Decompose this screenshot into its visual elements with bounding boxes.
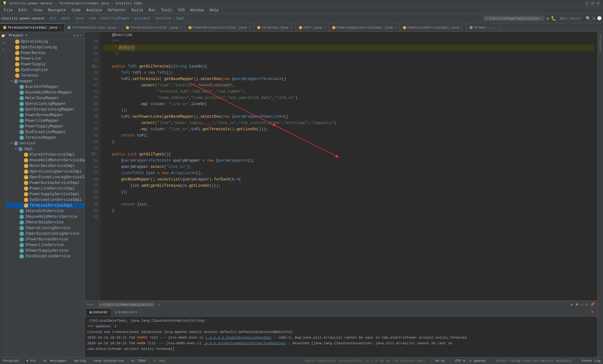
breadcrumb-com[interactable]: com bbox=[89, 16, 96, 21]
sidebar-item-powerbureau[interactable]: C PowerBureau bbox=[6, 50, 84, 56]
sidebar-item-operationlog[interactable]: C OperationLog bbox=[6, 39, 84, 45]
breadcrumb-service[interactable]: service bbox=[155, 16, 171, 21]
sidebar-item-powersupplymapper[interactable]: I PowerSupplyMapper bbox=[6, 124, 84, 129]
breadcrumb-project[interactable]: project bbox=[134, 16, 150, 21]
tab-close-powerlineserviceimpl[interactable]: ✕ bbox=[461, 26, 463, 29]
menu-vcs[interactable]: VCS bbox=[176, 8, 187, 13]
close-button[interactable]: ✕ bbox=[596, 1, 600, 6]
status-messages[interactable]: 0: Messages bbox=[44, 359, 67, 363]
project-icon[interactable]: 📁 bbox=[1, 33, 6, 38]
menu-navigate[interactable]: Navigate bbox=[45, 8, 68, 13]
sidebar-item-ipowerbureau[interactable]: I IPowerBureauService bbox=[6, 237, 84, 242]
tab-close-powersupplyserviceimpl[interactable]: ✕ bbox=[394, 26, 396, 29]
run-close-button[interactable]: ✕ bbox=[159, 302, 161, 307]
tab-close-powerbureaucontroller[interactable]: ✕ bbox=[249, 26, 251, 29]
sidebar-item-terminalserviceimpl-tree[interactable]: C TerminalServiceImpl bbox=[6, 203, 84, 208]
run-config[interactable]: ▶ ElectricPowerApplication ▾ bbox=[483, 16, 544, 21]
run-settings-icon[interactable]: ⚙ bbox=[585, 302, 588, 307]
sidebar-item-ioperexceptionlog[interactable]: I IOperExceptionLogService bbox=[6, 231, 84, 237]
time-icon[interactable]: 🕐 bbox=[597, 16, 602, 21]
breadcrumb-impl[interactable]: impl bbox=[176, 16, 185, 21]
tab-terminalserviceimpl[interactable]: TerminalServiceImpl.java ✕ bbox=[0, 23, 64, 32]
menu-build[interactable]: Build bbox=[129, 8, 145, 13]
tab-powerlineserviceimpl[interactable]: PowerLineServiceImpl.java ✕ bbox=[400, 23, 466, 32]
sidebar-item-ialarminfo[interactable]: I IAlarmInfoService bbox=[6, 208, 84, 214]
sidebar-item-powerlineserviceimpl-tree[interactable]: C PowerLineServiceImpl bbox=[6, 186, 84, 191]
minimize-button[interactable]: ─ bbox=[585, 1, 589, 6]
tab-close-iterminalservice[interactable]: ✕ bbox=[117, 26, 119, 29]
log-class-link[interactable]: c.e.c.e.e.GlobalExceptionHandler bbox=[205, 336, 272, 340]
sidebar-item-powerbureaumapper[interactable]: I PowerBureauMapper bbox=[6, 112, 84, 118]
code-editor[interactable]: @Override /** * @return */ bbox=[100, 32, 597, 301]
sidebar-item-powersupplyserviceimpl-tree[interactable]: C PowerSupplyServiceImpl bbox=[6, 191, 84, 197]
status-run[interactable]: 4: Run bbox=[153, 359, 166, 363]
sidebar-item-ihousehold[interactable]: I IHouseHoldMetersService bbox=[6, 214, 84, 220]
sidebar-item-powerline[interactable]: C PowerLine bbox=[6, 56, 84, 62]
tab-tspl[interactable]: TsPl.java ✕ bbox=[296, 23, 329, 32]
menu-view[interactable]: View bbox=[31, 8, 45, 13]
sidebar-item-ioperationlog[interactable]: I IOperationLogService bbox=[6, 225, 84, 231]
sidebar-item-service-pkg[interactable]: ▼ p service bbox=[6, 141, 84, 146]
sidebar-item-operationlogserviceimpl[interactable]: C OperationLogServiceImpl bbox=[6, 169, 84, 174]
sidebar-item-sysexceptionmapper[interactable]: I SysExceptionMapper bbox=[6, 129, 84, 135]
run-stop-icon[interactable]: ■ bbox=[576, 302, 578, 307]
menu-edit[interactable]: Edit bbox=[16, 8, 30, 13]
sidebar-item-ipowerline[interactable]: I IPowerLineService bbox=[6, 242, 84, 248]
sidebar-item-operexceptionlog[interactable]: C OperExceptionLog bbox=[6, 45, 84, 50]
bottom-settings-icon[interactable]: ⚙ bbox=[591, 310, 594, 314]
sidebar-item-isvsexception[interactable]: I ISvsExceptionService bbox=[6, 254, 84, 259]
status-git[interactable]: ♦ Git bbox=[26, 359, 36, 363]
menu-help[interactable]: Help bbox=[207, 8, 221, 13]
menu-refactor[interactable]: Refactor bbox=[105, 8, 128, 13]
run-config-bottom[interactable]: ▶ ElectricPowerApplication bbox=[98, 302, 155, 307]
tab-close-ipower[interactable]: ✕ bbox=[495, 26, 497, 29]
breadcrumb-java[interactable]: java bbox=[75, 16, 84, 21]
status-encoding[interactable]: UTF-8: 4 spaces bbox=[455, 359, 486, 363]
menu-tools[interactable]: Tools bbox=[159, 8, 175, 13]
sidebar-item-sysexception[interactable]: C SysException bbox=[6, 67, 84, 73]
bottom-tab-console[interactable]: ▤ Console bbox=[86, 308, 111, 316]
sidebar-item-operexceptionlogserviceimpl[interactable]: C OperExceptionLogServiceImpl bbox=[6, 174, 84, 180]
status-link[interactable]: https://blog.csdn.net/weixin_45833112 bbox=[496, 359, 572, 363]
sidebar-item-terminal-entity[interactable]: C Terminal bbox=[6, 73, 84, 78]
run-rerun-icon[interactable]: ↺ bbox=[581, 302, 583, 307]
sidebar-item-mapper-pkg[interactable]: ▼ p mapper bbox=[6, 78, 84, 84]
menu-code[interactable]: Code bbox=[69, 8, 83, 13]
tab-ipower[interactable]: IPower... ✕ bbox=[466, 23, 500, 32]
sidebar-item-imeterdata[interactable]: I IMeterDataService bbox=[6, 220, 84, 225]
settings-icon[interactable]: ⚙ bbox=[593, 16, 595, 21]
status-spring[interactable]: Spring bbox=[73, 359, 86, 363]
tab-close-terminal[interactable]: ✕ bbox=[290, 26, 292, 29]
search-icon[interactable]: 🔍 bbox=[586, 16, 591, 21]
status-eventlog[interactable]: Event Log bbox=[582, 359, 600, 363]
run-button[interactable]: ▶ bbox=[547, 16, 550, 21]
tab-iterminalservice[interactable]: ITerminalService.java ✕ bbox=[64, 23, 123, 32]
code-scroll-area[interactable]: 34 35 36 37 38 ● 39 40 41 42 43 44 45 46… bbox=[85, 32, 597, 301]
sidebar-item-meterdatamapper[interactable]: I MeterDataMapper bbox=[6, 95, 84, 101]
sidebar-collapse-icon[interactable]: ⊟ bbox=[73, 33, 75, 37]
tab-close-terminalcontroller[interactable]: ✕ bbox=[180, 26, 182, 29]
sidebar-settings-icon[interactable]: ⚙ bbox=[77, 33, 79, 37]
sidebar-item-alarminfoserviceimpl[interactable]: C AlarmInfoServiceImpl bbox=[6, 152, 84, 158]
sidebar-item-powerbureauserviceimpl[interactable]: C PowerBureauServiceImpl bbox=[6, 180, 84, 186]
sidebar-item-alarminfomapper[interactable]: I AlarmInfoMapper bbox=[6, 84, 84, 90]
breadcrumb-electricpower[interactable]: electricPower bbox=[100, 16, 130, 21]
menu-window[interactable]: Window bbox=[188, 8, 206, 13]
run-pin-icon[interactable]: 📌 bbox=[590, 302, 595, 307]
favorites-icon[interactable]: ★ bbox=[1, 47, 6, 52]
tab-close-terminalserviceimpl[interactable]: ✕ bbox=[59, 26, 61, 29]
debug-button[interactable]: 🐛 bbox=[551, 16, 556, 21]
sidebar-item-impl-pkg[interactable]: ▼ p impl bbox=[6, 146, 84, 152]
status-terminal[interactable]: Terminal bbox=[3, 359, 19, 363]
breadcrumb-src[interactable]: src bbox=[50, 16, 57, 21]
sidebar-item-sysexceptionserviceimpl[interactable]: C SysExceptionServiceImpl bbox=[6, 197, 84, 203]
status-todo[interactable]: 6: TODO bbox=[131, 359, 146, 363]
menu-run[interactable]: Run bbox=[146, 8, 158, 13]
sidebar-item-ipowersupply[interactable]: I IPowerSupplyService bbox=[6, 248, 84, 254]
bottom-tab-endpoints[interactable]: ⊞ Endpoints bbox=[111, 308, 141, 316]
menu-file[interactable]: File bbox=[1, 8, 15, 13]
sidebar-item-householdsimpl[interactable]: C HouseHoldMetersServiceImpl bbox=[6, 158, 84, 163]
sidebar-item-meterdataserviceimpl[interactable]: C MeterDataServiceImpl bbox=[6, 163, 84, 169]
sidebar-close-icon[interactable]: ✕ bbox=[80, 33, 82, 37]
structure-icon[interactable]: 🗂 bbox=[1, 40, 6, 45]
